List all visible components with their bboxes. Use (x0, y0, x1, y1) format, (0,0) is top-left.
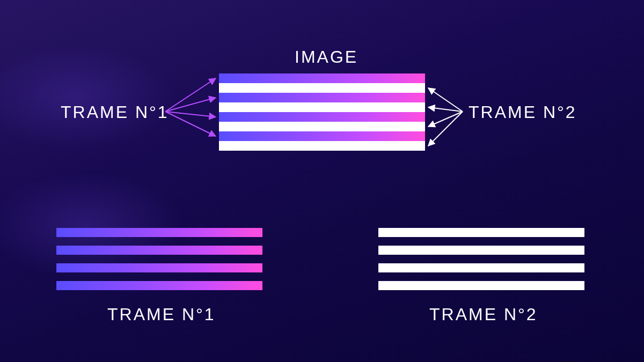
frame-1-bar (56, 228, 262, 237)
frame-2-bar (378, 228, 584, 237)
frame-1-bar (56, 263, 262, 272)
frame-2-bar (378, 246, 584, 255)
frame-2-bar (378, 281, 584, 290)
svg-line-2 (165, 112, 216, 117)
frame-2-label-bottom: TRAME N°2 (429, 305, 538, 324)
frame-2-label-top: TRAME N°2 (469, 102, 577, 122)
arrows-frame-2 (428, 88, 463, 146)
combined-row-odd (219, 131, 425, 141)
image-title: IMAGE (295, 47, 358, 67)
combined-row-odd (219, 112, 425, 122)
svg-line-5 (428, 107, 463, 112)
frame-1-bar (56, 281, 262, 290)
svg-line-3 (165, 112, 216, 136)
combined-row-even (219, 83, 425, 93)
frame-1-label-top: TRAME N°1 (61, 102, 169, 122)
combined-row-even (219, 141, 425, 151)
frame-2-bars (378, 228, 584, 290)
combined-image (219, 73, 425, 151)
frame-1-label-bottom: TRAME N°1 (107, 305, 216, 324)
arrows-frame-1 (165, 78, 216, 136)
frame-1-bar (56, 246, 262, 255)
combined-row-even (219, 122, 425, 131)
frame-2-bar (378, 263, 584, 272)
frame-1-bars (56, 228, 262, 290)
svg-line-0 (165, 78, 216, 112)
combined-row-odd (219, 93, 425, 102)
svg-line-7 (428, 112, 463, 146)
svg-line-6 (428, 112, 463, 127)
svg-line-4 (428, 88, 463, 112)
combined-row-odd (219, 73, 425, 83)
combined-row-even (219, 102, 425, 112)
svg-line-1 (165, 98, 216, 112)
